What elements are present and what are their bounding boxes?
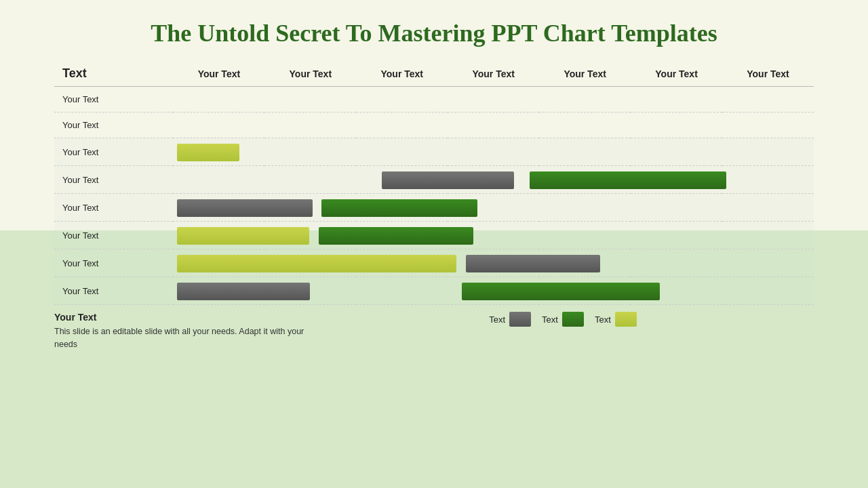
row-label: Your Text [54,113,173,138]
legend-swatch [615,312,637,327]
main-content: Text Your Text Your Text Your Text Your … [0,61,868,358]
row-label: Your Text [54,249,173,277]
table-row: Your Text [54,222,814,249]
bar-green-dark [319,227,473,245]
legend-swatch [509,312,531,327]
bar-green-dark [321,199,477,217]
legend-item: Text [489,312,531,327]
bar-gray [466,255,600,272]
chart-cell [173,138,814,166]
legend-item: Text [595,312,637,327]
chart-cell [173,222,814,249]
header-col0: Text [54,61,173,87]
bottom-left: Your Text This slide is an editable slid… [54,312,312,351]
chart-container: Text Your Text Your Text Your Text Your … [54,61,814,305]
bar-green-dark [462,283,660,300]
chart-cell [173,87,814,113]
table-row: Your Text [54,138,814,166]
bar-gray [382,171,514,189]
chart-cell [173,113,814,138]
page-title: The Untold Secret To Mastering PPT Chart… [0,0,868,61]
bottom-title: Your Text [54,312,312,323]
row-label: Your Text [54,277,173,305]
legend-label: Text [595,314,611,325]
table-row: Your Text [54,277,814,305]
header-col4: Your Text [448,61,539,87]
chart-cell [173,277,814,305]
header-col2: Your Text [264,61,356,87]
row-label: Your Text [54,166,173,194]
chart-cell [173,194,814,222]
bar-gray [177,283,310,300]
legend-item: Text [542,312,584,327]
header-col5: Your Text [539,61,631,87]
legend-label: Text [489,314,505,325]
row-label: Your Text [54,87,173,113]
row-label: Your Text [54,222,173,249]
chart-cell [173,249,814,277]
chart-cell [173,166,814,194]
bottom-desc: This slide is an editable slide with all… [54,325,312,351]
header-row: Text Your Text Your Text Your Text Your … [54,61,814,87]
bottom-section: Your Text This slide is an editable slid… [54,312,814,358]
legend-swatch [562,312,584,327]
header-col6: Your Text [631,61,722,87]
header-col3: Your Text [356,61,448,87]
bar-gray [177,199,313,217]
legend-area: TextTextText [312,312,814,327]
bar-green-dark [530,171,726,189]
row-label: Your Text [54,194,173,222]
bar-yellow-green [177,144,239,161]
row-label: Your Text [54,138,173,166]
legend-label: Text [542,314,558,325]
header-col7: Your Text [722,61,814,87]
table-row: Your Text [54,113,814,138]
header-col1: Your Text [173,61,264,87]
table-row: Your Text [54,87,814,113]
bar-yellow-green [177,255,456,272]
table-row: Your Text [54,166,814,194]
table-row: Your Text [54,249,814,277]
chart-table: Text Your Text Your Text Your Text Your … [54,61,814,305]
bar-yellow-green [177,227,309,245]
table-row: Your Text [54,194,814,222]
